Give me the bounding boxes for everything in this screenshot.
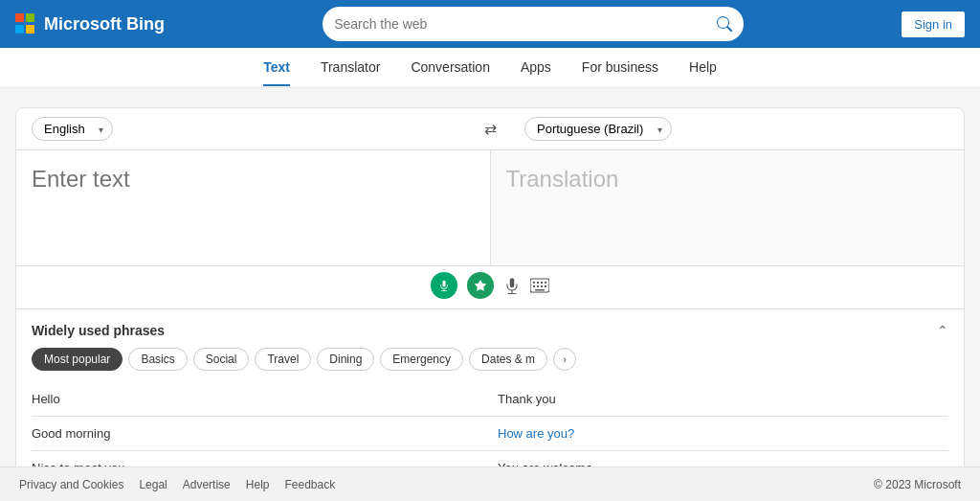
footer-privacy[interactable]: Privacy and Cookies [19,478,123,491]
header: Microsoft Bing Sign in [0,0,980,48]
footer-help[interactable]: Help [246,478,270,491]
target-language-selector: Portuguese (Brazil) [509,117,964,141]
nav-item-translator[interactable]: Translator [321,50,381,86]
category-dates[interactable]: Dates & m [469,348,547,371]
source-text-input[interactable] [32,166,475,246]
source-language-selector: English [16,117,471,141]
category-travel[interactable]: Travel [255,348,311,371]
svg-rect-3 [541,282,543,284]
swap-languages-button[interactable]: ⇄ [477,116,504,142]
svg-rect-6 [537,285,539,287]
nav-item-help[interactable]: Help [689,50,717,86]
categories-next-button[interactable]: › [553,348,576,371]
star-icon [475,280,486,291]
microphone-icon [503,277,521,294]
category-basics[interactable]: Basics [128,348,187,371]
phrases-header: Widely used phrases ⌃ [32,323,948,338]
nav-item-text[interactable]: Text [263,50,290,86]
translator-card: English ⇄ Portuguese (Brazil) T [15,107,965,501]
search-icon [717,16,732,32]
svg-rect-4 [545,282,546,284]
translation-output-panel: Translation [491,150,965,265]
star-green-button[interactable] [467,272,494,299]
mic-green-circle [431,272,457,299]
sign-in-button[interactable]: Sign in [902,11,965,37]
microphone-button[interactable] [503,277,521,294]
keyboard-icon [530,278,549,293]
svg-rect-7 [541,285,543,287]
mic-icon [438,280,450,291]
category-most-popular[interactable]: Most popular [32,348,122,371]
nav-bar: Text Translator Conversation Apps For bu… [0,48,980,88]
footer-advertise[interactable]: Advertise [183,478,231,491]
nav-item-for-business[interactable]: For business [582,50,658,86]
keyboard-button[interactable] [530,278,549,293]
nav-item-conversation[interactable]: Conversation [411,50,490,86]
logo-text: Microsoft Bing [44,14,165,34]
bing-logo-icon [15,13,36,34]
phrases-title: Widely used phrases [32,323,165,338]
footer-links: Privacy and Cookies Legal Advertise Help… [19,478,335,491]
target-lang-dropdown-wrapper: Portuguese (Brazil) [524,117,672,141]
categories-row: Most popular Basics Social Travel Dining… [32,348,948,371]
phrase-good-morning[interactable]: Good morning [32,417,490,451]
search-bar-container [180,7,886,41]
footer-copyright: © 2023 Microsoft [874,478,961,491]
language-selector-row: English ⇄ Portuguese (Brazil) [16,108,964,150]
search-button[interactable] [717,16,732,32]
footer: Privacy and Cookies Legal Advertise Help… [0,467,980,501]
svg-rect-8 [545,285,546,287]
translation-panels: Translation [16,150,964,266]
svg-rect-9 [535,289,545,291]
category-social[interactable]: Social [193,348,250,371]
phrase-thank-you[interactable]: Thank you [490,382,948,417]
category-dining[interactable]: Dining [317,348,374,371]
category-emergency[interactable]: Emergency [380,348,463,371]
nav-item-apps[interactable]: Apps [521,50,551,86]
swap-center: ⇄ [471,116,509,142]
svg-rect-2 [537,282,539,284]
svg-rect-5 [533,285,535,287]
main-content: English ⇄ Portuguese (Brazil) T [0,88,980,501]
footer-legal[interactable]: Legal [139,478,167,491]
phrase-hello[interactable]: Hello [32,382,490,417]
source-lang-dropdown-wrapper: English [32,117,113,141]
search-bar [323,7,744,41]
footer-feedback[interactable]: Feedback [284,478,335,491]
logo: Microsoft Bing [15,13,165,34]
collapse-phrases-button[interactable]: ⌃ [937,323,948,338]
translation-output: Translation [506,166,949,193]
source-text-panel [16,150,491,265]
mic-green-button[interactable] [431,272,457,299]
svg-rect-1 [533,282,535,284]
icons-row [16,266,964,309]
search-input[interactable] [334,16,709,32]
target-lang-select[interactable]: Portuguese (Brazil) [524,117,672,141]
star-green-circle [467,272,494,299]
source-lang-select[interactable]: English [32,117,113,141]
phrase-how-are-you[interactable]: How are you? [490,417,948,451]
